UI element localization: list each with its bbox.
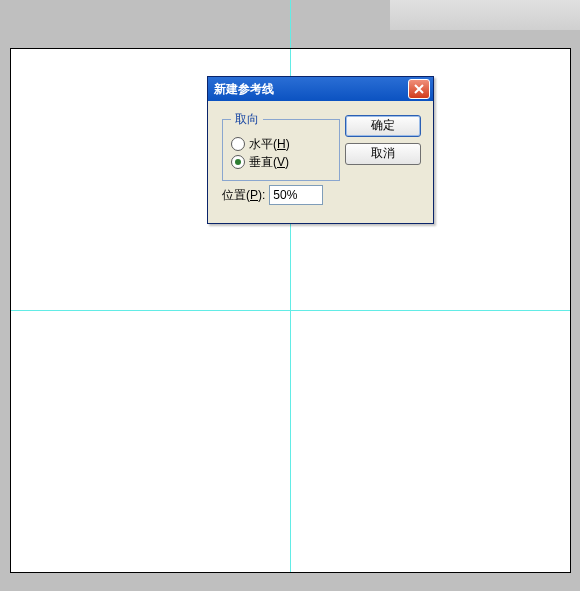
new-guide-dialog: 新建参考线 取向 水平(H) 垂直(V) 确定 取消 位置(P): [207, 76, 434, 224]
orientation-group: 取向 水平(H) 垂直(V) [222, 111, 340, 181]
ok-button[interactable]: 确定 [345, 115, 421, 137]
dialog-title: 新建参考线 [214, 81, 408, 98]
guide-vertical-above-canvas [290, 0, 291, 48]
position-row: 位置(P): [222, 185, 323, 205]
radio-icon [231, 155, 245, 169]
cancel-button[interactable]: 取消 [345, 143, 421, 165]
toolbar-fragment [390, 0, 580, 30]
orientation-vertical[interactable]: 垂直(V) [231, 154, 331, 170]
radio-label: 垂直(V) [249, 154, 289, 170]
orientation-horizontal[interactable]: 水平(H) [231, 136, 331, 152]
workspace: 新建参考线 取向 水平(H) 垂直(V) 确定 取消 位置(P): [0, 0, 580, 591]
guide-horizontal[interactable] [11, 310, 570, 311]
close-button[interactable] [408, 79, 430, 99]
position-label: 位置(P): [222, 187, 265, 204]
position-input[interactable] [269, 185, 323, 205]
close-icon [414, 84, 424, 94]
orientation-legend: 取向 [231, 111, 263, 128]
dialog-body: 取向 水平(H) 垂直(V) 确定 取消 位置(P): [208, 101, 433, 223]
dialog-titlebar[interactable]: 新建参考线 [208, 77, 433, 101]
radio-icon [231, 137, 245, 151]
radio-label: 水平(H) [249, 136, 290, 152]
